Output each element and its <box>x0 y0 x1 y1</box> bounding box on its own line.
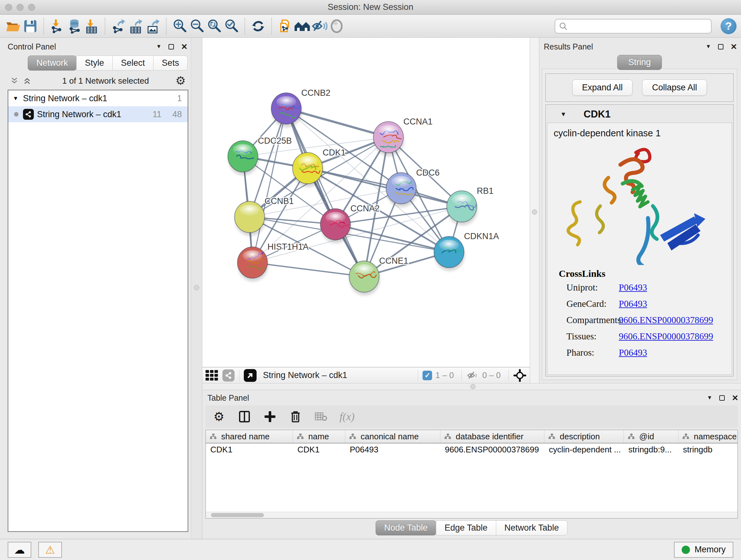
scrollbar-thumb[interactable] <box>211 513 264 517</box>
splitter-handle[interactable] <box>194 285 199 290</box>
export-network-button[interactable] <box>110 17 127 35</box>
open-in-window-icon[interactable] <box>244 369 257 382</box>
zoom-in-button[interactable] <box>171 17 188 35</box>
zoom-fit-button[interactable] <box>205 17 223 35</box>
column-header-namespace[interactable]: namespace <box>678 430 738 443</box>
show-all-button[interactable] <box>328 17 345 35</box>
table-row[interactable]: CDK1 CDK1 P06493 9606.ENSP00000378699 cy… <box>206 443 738 456</box>
selected-checkbox-icon[interactable]: ✓ <box>422 371 432 380</box>
zoom-out-button[interactable] <box>188 17 205 35</box>
add-column-icon[interactable] <box>263 410 277 424</box>
column-header-description[interactable]: description <box>544 430 624 443</box>
search-input[interactable] <box>570 21 707 30</box>
genecard-link[interactable]: P06493 <box>619 299 647 309</box>
splitter-handle[interactable] <box>532 209 537 214</box>
cell-namespace[interactable]: stringdb <box>678 443 738 456</box>
expand-all-icon[interactable] <box>23 77 31 85</box>
cell-canonical-name[interactable]: P06493 <box>345 443 441 456</box>
column-header-id[interactable]: @id <box>624 430 678 443</box>
network-status-dot <box>14 112 18 117</box>
cloud-status-button[interactable]: ☁ <box>8 542 31 558</box>
toolbar-separator <box>245 18 245 35</box>
table-settings-gear-icon[interactable]: ⚙ <box>212 410 226 424</box>
collapse-all-button[interactable]: Collapse All <box>642 79 707 96</box>
refresh-layout-button[interactable] <box>250 17 267 35</box>
help-button[interactable]: ? <box>721 18 737 34</box>
tab-node-table[interactable]: Node Table <box>376 520 436 536</box>
node-label: CDKN1A <box>464 232 499 241</box>
network-share-icon[interactable] <box>222 369 234 381</box>
column-header-name[interactable]: name <box>293 430 345 443</box>
crosslink-label: Uniprot: <box>559 282 619 293</box>
splitter-handle[interactable] <box>470 384 475 389</box>
vertical-splitter-left[interactable] <box>191 38 202 539</box>
tab-edge-table[interactable]: Edge Table <box>436 520 496 536</box>
vertical-splitter-right[interactable] <box>530 38 539 383</box>
cell-shared-name[interactable]: CDK1 <box>206 443 293 456</box>
export-table-button[interactable] <box>127 17 144 35</box>
pharos-link[interactable]: P06493 <box>619 348 647 358</box>
import-table-button[interactable] <box>83 17 100 35</box>
import-network-button[interactable] <box>49 17 66 35</box>
gene-section-header[interactable]: ▼ CDK1 <box>547 106 732 123</box>
export-image-button[interactable] <box>144 17 161 35</box>
column-header-database-identifier[interactable]: database identifier <box>441 430 544 443</box>
compartments-link[interactable]: 9606.ENSP00000378699 <box>619 315 713 325</box>
network-tree-row-selected[interactable]: String Network – cdk1 11 48 <box>8 106 188 122</box>
table-tabs: Node Table Edge Table Network Table <box>376 520 567 536</box>
hide-selected-button[interactable] <box>311 17 328 35</box>
horizontal-scrollbar[interactable] <box>206 512 738 518</box>
export-network-icon <box>111 19 126 34</box>
crosslink-label: Tissues: <box>559 331 619 341</box>
toolbar-separator <box>105 18 105 35</box>
cell-description[interactable]: cyclin-dependent ... <box>544 443 624 456</box>
network-graph: CCNB2CCNA1CDC25BCDK1CDC6RB1CCNB1CCNA2CDK… <box>202 38 530 367</box>
select-columns-icon[interactable] <box>238 410 252 424</box>
search-field-container <box>555 19 712 34</box>
collapse-all-icon[interactable] <box>10 77 18 85</box>
tab-network-table[interactable]: Network Table <box>496 520 568 536</box>
column-header-canonical-name[interactable]: canonical name <box>345 430 441 443</box>
import-database-button[interactable] <box>66 17 83 35</box>
gear-icon[interactable]: ⚙ <box>176 75 186 86</box>
delete-table-icon[interactable] <box>314 410 328 424</box>
duplicate-network-button[interactable] <box>276 17 293 35</box>
delete-column-trash-icon[interactable] <box>288 410 302 424</box>
uniprot-link[interactable]: P06493 <box>619 282 647 293</box>
tab-style[interactable]: Style <box>76 56 113 71</box>
memory-button[interactable]: Memory <box>674 542 733 558</box>
expand-all-button[interactable]: Expand All <box>572 79 633 96</box>
tree-expander-icon[interactable]: ▼ <box>8 95 23 102</box>
open-session-button[interactable] <box>4 17 22 35</box>
cell-name[interactable]: CDK1 <box>293 443 345 456</box>
horizontal-splitter[interactable] <box>202 383 741 390</box>
collapse-gene-icon[interactable]: ▼ <box>560 111 566 118</box>
panel-close-icon[interactable]: ✕ <box>732 393 738 402</box>
panel-float-icon[interactable] <box>719 395 725 401</box>
zoom-selected-button[interactable] <box>223 17 240 35</box>
panel-menu-icon[interactable]: ▼ <box>707 395 712 401</box>
function-builder-icon[interactable]: f(x) <box>340 411 354 423</box>
cell-database-identifier[interactable]: 9606.ENSP00000378699 <box>441 443 544 456</box>
tab-sets[interactable]: Sets <box>153 56 188 71</box>
panel-close-icon[interactable]: ✕ <box>731 42 737 51</box>
column-header-shared-name[interactable]: shared name <box>206 430 293 443</box>
panel-close-icon[interactable]: ✕ <box>181 42 188 51</box>
tab-network[interactable]: Network <box>28 56 77 71</box>
save-session-button[interactable] <box>22 17 39 35</box>
tab-string[interactable]: String <box>617 55 662 70</box>
cell-id[interactable]: stringdb:9... <box>624 443 678 456</box>
panel-float-icon[interactable] <box>718 44 724 50</box>
warnings-button[interactable]: ⚠ <box>38 542 62 558</box>
tissues-link[interactable]: 9606.ENSP00000378699 <box>619 331 713 341</box>
fit-selection-crosshair-icon[interactable] <box>513 369 527 382</box>
panel-menu-icon[interactable]: ▼ <box>156 44 161 50</box>
first-neighbors-button[interactable] <box>293 17 311 35</box>
main-toolbar: ? <box>0 15 741 38</box>
network-canvas[interactable]: CCNB2CCNA1CDC25BCDK1CDC6RB1CCNB1CCNA2CDK… <box>202 38 530 367</box>
birds-eye-grid-icon[interactable] <box>205 370 218 381</box>
panel-float-icon[interactable] <box>169 44 174 50</box>
tab-select[interactable]: Select <box>112 56 153 71</box>
network-tree-root-row[interactable]: ▼ String Network – cdk1 1 <box>8 90 188 106</box>
panel-menu-icon[interactable]: ▼ <box>705 44 711 50</box>
